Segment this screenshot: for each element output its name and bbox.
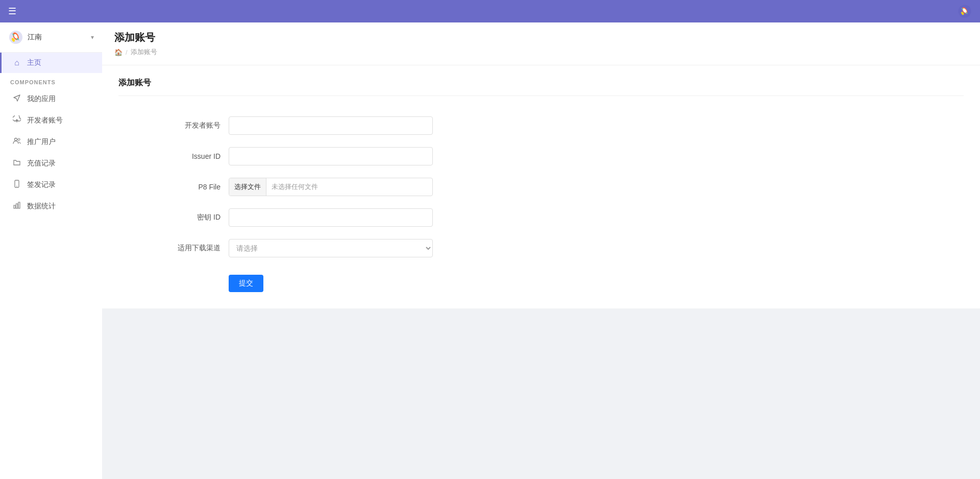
page-body: 添加账号 开发者账号 Issuer ID P8 File	[102, 65, 980, 479]
cloud-upload-icon	[12, 115, 22, 126]
key-id-label: 密钥 ID	[159, 213, 220, 222]
sidebar-brand[interactable]: 江南 ▾	[0, 22, 102, 53]
sidebar: 江南 ▾ ⌂ 主页 COMPONENTS 我的应用	[0, 22, 102, 479]
sidebar-item-sign-log-label: 签发记录	[27, 180, 56, 189]
folder-icon	[12, 158, 22, 169]
form-card: 添加账号 开发者账号 Issuer ID P8 File	[102, 65, 980, 308]
breadcrumb-separator: /	[126, 49, 128, 56]
sidebar-item-recharge-log-label: 充值记录	[27, 159, 56, 168]
form-row-issuer-id: Issuer ID	[159, 147, 578, 165]
channel-select[interactable]: 请选择 App Store TestFlight 企业分发	[229, 239, 433, 257]
page-title: 添加账号	[114, 31, 968, 44]
sidebar-item-promo-users-label: 推广用户	[27, 137, 56, 147]
sidebar-item-recharge-log[interactable]: 充值记录	[0, 153, 102, 174]
brand-name: 江南	[28, 33, 91, 42]
users-icon	[12, 137, 22, 147]
sidebar-item-dev-account[interactable]: 开发者账号	[0, 110, 102, 131]
issuer-id-label: Issuer ID	[159, 152, 220, 160]
dev-account-label: 开发者账号	[159, 121, 220, 130]
form-row-channel: 适用下载渠道 请选择 App Store TestFlight 企业分发	[159, 239, 578, 257]
layout: 江南 ▾ ⌂ 主页 COMPONENTS 我的应用	[0, 22, 980, 479]
svg-rect-12	[14, 205, 15, 208]
breadcrumb-current: 添加账号	[131, 47, 157, 57]
brand-logo	[8, 30, 23, 45]
form-row-p8-file: P8 File 选择文件 未选择任何文件	[159, 178, 578, 196]
form-row-dev-account: 开发者账号	[159, 116, 578, 135]
channel-label: 适用下载渠道	[159, 244, 220, 253]
key-id-input[interactable]	[229, 208, 433, 227]
svg-point-9	[18, 138, 20, 140]
phone-icon	[12, 180, 22, 190]
p8-file-input-wrapper: 选择文件 未选择任何文件	[229, 178, 433, 196]
bar-chart-icon	[12, 201, 22, 211]
submit-button[interactable]: 提交	[229, 275, 263, 292]
svg-rect-14	[18, 202, 20, 208]
svg-point-11	[16, 186, 17, 187]
issuer-id-input[interactable]	[229, 147, 433, 165]
topbar: ☰	[0, 0, 980, 22]
sidebar-item-home-label: 主页	[27, 58, 41, 67]
svg-rect-13	[16, 204, 18, 208]
card-title: 添加账号	[118, 78, 964, 96]
sidebar-section-label: COMPONENTS	[0, 73, 102, 88]
main-content: 添加账号 🏠 / 添加账号 添加账号 开发者账号 I	[102, 22, 980, 479]
p8-file-label: P8 File	[159, 183, 220, 191]
sidebar-item-sign-log[interactable]: 签发记录	[0, 174, 102, 196]
sidebar-item-home[interactable]: ⌂ 主页	[0, 53, 102, 73]
page-header: 添加账号 🏠 / 添加账号	[102, 22, 980, 65]
sidebar-item-data-stats[interactable]: 数据统计	[0, 196, 102, 217]
breadcrumb-home-icon: 🏠	[114, 49, 122, 56]
form-row-key-id: 密钥 ID	[159, 208, 578, 227]
home-icon: ⌂	[12, 58, 22, 67]
rocket-icon	[958, 4, 972, 18]
sidebar-item-data-stats-label: 数据统计	[27, 202, 56, 211]
sidebar-item-my-apps-label: 我的应用	[27, 94, 56, 104]
form-wrapper: 开发者账号 Issuer ID P8 File 选择文件 未选择任何文件	[118, 106, 578, 292]
sidebar-item-dev-account-label: 开发者账号	[27, 116, 63, 125]
file-placeholder: 未选择任何文件	[266, 182, 323, 191]
send-icon	[12, 94, 22, 104]
sidebar-item-my-apps[interactable]: 我的应用	[0, 88, 102, 110]
hamburger-icon[interactable]: ☰	[8, 6, 16, 17]
dev-account-input[interactable]	[229, 116, 433, 135]
svg-point-8	[15, 138, 17, 141]
file-choose-button[interactable]: 选择文件	[229, 178, 266, 196]
brand-arrow: ▾	[91, 34, 94, 41]
breadcrumb: 🏠 / 添加账号	[114, 47, 968, 57]
sidebar-item-promo-users[interactable]: 推广用户	[0, 131, 102, 153]
